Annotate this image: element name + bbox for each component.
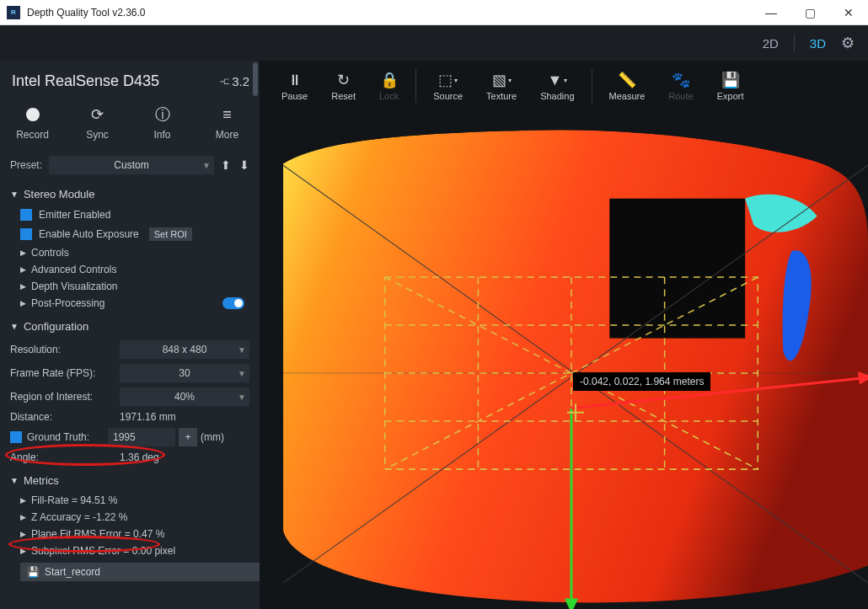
sync-button[interactable]: ⟳ Sync <box>65 105 130 141</box>
preset-select[interactable]: Custom▼ <box>49 156 214 174</box>
usb-version: 3.2 <box>220 74 249 89</box>
ground-truth-unit: (mm) <box>201 431 224 443</box>
cube-icon: ⬚▾ <box>438 71 458 89</box>
pause-button[interactable]: ⏸Pause <box>271 71 318 101</box>
view-mode-3d[interactable]: 3D <box>810 36 826 51</box>
emitter-label: Emitter Enabled <box>39 209 110 221</box>
chevron-down-icon: ▼ <box>238 345 246 355</box>
set-roi-button[interactable]: Set ROI <box>149 227 192 241</box>
mode-divider <box>794 35 795 51</box>
sync-icon: ⟳ <box>88 105 107 124</box>
chevron-down-icon: ▼ <box>238 393 246 402</box>
controls-expander[interactable]: ▶Controls <box>0 244 260 261</box>
subpixel-metric[interactable]: ▶Subpixel RMS Error = 0.00 pixel <box>0 542 260 559</box>
ground-truth-input[interactable]: 1995 <box>108 428 175 446</box>
source-button[interactable]: ⬚▾Source <box>423 71 473 101</box>
svg-rect-0 <box>609 199 745 339</box>
upload-icon[interactable]: ⬆ <box>221 158 231 172</box>
plane-fit-metric[interactable]: ▶Plane Fit RMS Error = 0.47 % <box>0 526 260 542</box>
depth-pointcloud <box>275 111 868 609</box>
roi-label: Region of Interest: <box>10 391 120 403</box>
fps-select[interactable]: 30▼ <box>120 364 249 382</box>
chevron-down-icon: ▼ <box>238 369 246 378</box>
resolution-select[interactable]: 848 x 480▼ <box>120 340 249 359</box>
coordinate-tooltip: -0.042, 0.022, 1.964 meters <box>573 372 710 391</box>
reset-icon: ↻ <box>337 71 350 89</box>
metrics-header[interactable]: ▼ Metrics <box>0 466 260 492</box>
settings-gear-icon[interactable]: ⚙ <box>841 34 855 52</box>
window-title: Depth Quality Tool v2.36.0 <box>27 7 752 19</box>
chevron-down-icon: ▼ <box>202 161 211 170</box>
distance-value: 1971.16 mm <box>120 411 249 423</box>
post-processing-toggle[interactable] <box>222 297 244 309</box>
configuration-header[interactable]: ▼ Configuration <box>0 312 260 338</box>
chevron-right-icon: ▶ <box>20 530 26 538</box>
paw-icon: 🐾 <box>672 71 690 89</box>
info-icon: ⓘ <box>153 105 172 124</box>
chevron-right-icon: ▶ <box>20 496 26 505</box>
toolbar-divider <box>592 69 592 103</box>
distance-label: Distance: <box>10 411 120 423</box>
preset-label: Preset: <box>10 159 42 171</box>
save-icon: 💾 <box>721 71 740 89</box>
start-record-button[interactable]: 💾Start_record <box>20 563 260 581</box>
resolution-label: Resolution: <box>10 344 120 355</box>
chevron-right-icon: ▶ <box>20 513 26 521</box>
angle-value: 1.36 deg <box>120 451 249 463</box>
chevron-right-icon: ▶ <box>20 248 26 257</box>
chevron-down-icon: ▼ <box>10 476 19 485</box>
roi-select[interactable]: 40%▼ <box>120 387 249 406</box>
more-button[interactable]: ≡ More <box>195 105 260 141</box>
measure-button[interactable]: 📏Measure <box>599 71 656 101</box>
record-icon <box>26 108 40 121</box>
shading-button[interactable]: ▼▾Shading <box>530 71 584 101</box>
lock-icon: 🔒 <box>380 71 399 89</box>
pause-icon: ⏸ <box>287 71 303 89</box>
view-mode-2d[interactable]: 2D <box>763 36 779 51</box>
depth-vis-expander[interactable]: ▶Depth Visualization <box>0 278 260 295</box>
hamburger-icon: ≡ <box>218 105 237 124</box>
export-button[interactable]: 💾Export <box>707 71 754 101</box>
reset-button[interactable]: ↻Reset <box>321 71 366 101</box>
auto-exposure-checkbox[interactable] <box>20 228 32 240</box>
chevron-right-icon: ▶ <box>20 547 26 555</box>
minimize-button[interactable]: — <box>752 0 790 25</box>
chevron-right-icon: ▶ <box>20 282 26 291</box>
auto-exposure-label: Enable Auto Exposure <box>39 228 139 240</box>
angle-label: Angle: <box>10 451 120 463</box>
z-accuracy-metric[interactable]: ▶Z Accuracy = -1.22 % <box>0 509 260 526</box>
ground-truth-plus-button[interactable]: + <box>179 428 197 446</box>
texture-icon: ▧▾ <box>492 71 512 89</box>
post-processing-expander[interactable]: ▶Post-Processing <box>20 297 104 309</box>
maximize-button[interactable]: ▢ <box>790 0 829 25</box>
usb-icon <box>220 74 228 89</box>
shading-icon: ▼▾ <box>547 71 567 89</box>
chevron-down-icon: ▼ <box>10 190 19 199</box>
chevron-right-icon: ▶ <box>20 299 26 307</box>
svg-marker-14 <box>565 599 578 609</box>
emitter-checkbox[interactable] <box>20 209 32 221</box>
record-button[interactable]: Record <box>0 105 65 141</box>
advanced-controls-expander[interactable]: ▶Advanced Controls <box>0 261 260 278</box>
app-icon: R <box>7 6 20 19</box>
fill-rate-metric[interactable]: ▶Fill-Rate = 94.51 % <box>0 492 260 509</box>
ground-truth-checkbox[interactable] <box>10 431 22 443</box>
device-name: Intel RealSense D435 <box>12 72 212 90</box>
depth-canvas[interactable]: -0.042, 0.022, 1.964 meters <box>260 111 868 609</box>
download-icon[interactable]: ⬇ <box>239 158 249 172</box>
info-button[interactable]: ⓘ Info <box>130 105 195 141</box>
viewer-toolbar: ⏸Pause ↻Reset 🔒Lock ⬚▾Source ▧▾Texture ▼… <box>260 61 868 111</box>
viewport: ⏸Pause ↻Reset 🔒Lock ⬚▾Source ▧▾Texture ▼… <box>260 61 868 609</box>
chevron-down-icon: ▼ <box>10 322 19 331</box>
ground-truth-label: Ground Truth: <box>27 431 108 443</box>
toolbar-divider <box>415 69 416 103</box>
lock-button: 🔒Lock <box>369 71 409 101</box>
titlebar: R Depth Quality Tool v2.36.0 — ▢ ✕ <box>0 0 868 25</box>
texture-button[interactable]: ▧▾Texture <box>476 71 527 101</box>
fps-label: Frame Rate (FPS): <box>10 367 120 379</box>
stereo-module-header[interactable]: ▼ Stereo Module <box>0 179 260 206</box>
route-button: 🐾Route <box>658 71 703 101</box>
chevron-right-icon: ▶ <box>20 265 26 274</box>
top-controls-bar: 2D 3D ⚙ <box>0 25 868 61</box>
close-button[interactable]: ✕ <box>829 0 868 25</box>
